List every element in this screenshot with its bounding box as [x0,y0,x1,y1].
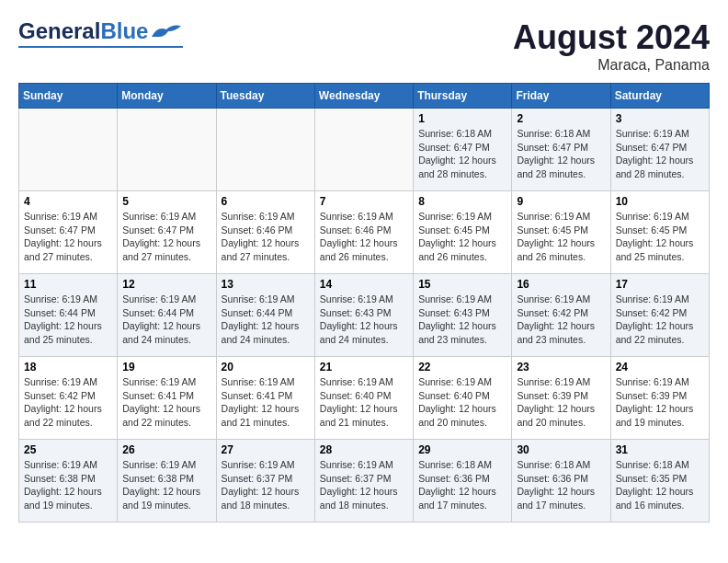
day-number: 11 [24,278,112,291]
day-info: Sunrise: 6:19 AMSunset: 6:39 PMDaylight:… [616,375,704,430]
table-row: 5Sunrise: 6:19 AMSunset: 6:47 PMDaylight… [118,191,216,274]
day-number: 5 [122,195,210,208]
logo-bird-icon [150,20,183,42]
day-number: 25 [24,443,112,456]
day-info: Sunrise: 6:19 AMSunset: 6:45 PMDaylight:… [517,210,605,264]
logo-general: General [18,18,100,44]
day-info: Sunrise: 6:19 AMSunset: 6:44 PMDaylight:… [24,293,112,347]
day-info: Sunrise: 6:19 AMSunset: 6:41 PMDaylight:… [122,375,210,430]
table-row: 30Sunrise: 6:18 AMSunset: 6:36 PMDayligh… [512,440,610,523]
day-info: Sunrise: 6:19 AMSunset: 6:40 PMDaylight:… [320,375,408,430]
day-info: Sunrise: 6:18 AMSunset: 6:35 PMDaylight:… [616,458,704,512]
table-row: 21Sunrise: 6:19 AMSunset: 6:40 PMDayligh… [314,357,413,440]
day-number: 6 [222,195,310,208]
day-number: 28 [320,443,408,456]
table-row: 1Sunrise: 6:18 AMSunset: 6:47 PMDaylight… [414,109,512,191]
calendar-header: Sunday Monday Tuesday Wednesday Thursday… [19,84,710,109]
day-number: 18 [24,361,112,373]
day-info: Sunrise: 6:19 AMSunset: 6:45 PMDaylight:… [616,210,704,264]
day-info: Sunrise: 6:19 AMSunset: 6:45 PMDaylight:… [418,210,506,264]
table-row: 26Sunrise: 6:19 AMSunset: 6:38 PMDayligh… [118,440,216,523]
table-row: 6Sunrise: 6:19 AMSunset: 6:46 PMDaylight… [216,191,314,274]
day-info: Sunrise: 6:19 AMSunset: 6:47 PMDaylight:… [24,210,112,264]
day-info: Sunrise: 6:19 AMSunset: 6:47 PMDaylight:… [616,127,704,181]
table-row: 25Sunrise: 6:19 AMSunset: 6:38 PMDayligh… [19,440,118,523]
day-number: 13 [222,278,310,291]
day-info: Sunrise: 6:19 AMSunset: 6:47 PMDaylight:… [122,210,210,264]
day-number: 7 [320,195,408,208]
day-number: 20 [222,361,310,373]
table-row: 7Sunrise: 6:19 AMSunset: 6:46 PMDaylight… [314,191,413,274]
table-row [118,109,216,191]
table-row [314,109,413,191]
col-sunday: Sunday [19,84,118,109]
page-header: General Blue August 2024 Maraca, Panama [18,18,710,74]
table-row: 4Sunrise: 6:19 AMSunset: 6:47 PMDaylight… [19,191,118,274]
table-row: 31Sunrise: 6:18 AMSunset: 6:35 PMDayligh… [610,440,709,523]
table-row [19,109,118,191]
day-number: 3 [616,112,704,125]
day-info: Sunrise: 6:19 AMSunset: 6:44 PMDaylight:… [222,293,310,347]
day-number: 1 [418,112,506,125]
table-row: 11Sunrise: 6:19 AMSunset: 6:44 PMDayligh… [19,274,118,357]
day-number: 27 [222,443,310,456]
table-row: 20Sunrise: 6:19 AMSunset: 6:41 PMDayligh… [216,357,314,440]
day-info: Sunrise: 6:19 AMSunset: 6:37 PMDaylight:… [320,458,408,512]
day-number: 8 [418,195,506,208]
day-number: 9 [517,195,605,208]
table-row [216,109,314,191]
day-number: 30 [517,443,605,456]
day-info: Sunrise: 6:19 AMSunset: 6:42 PMDaylight:… [517,293,605,347]
calendar-body: 1Sunrise: 6:18 AMSunset: 6:47 PMDaylight… [19,109,710,523]
logo-blue: Blue [100,18,148,44]
day-number: 29 [418,443,506,456]
table-row: 24Sunrise: 6:19 AMSunset: 6:39 PMDayligh… [610,357,709,440]
col-friday: Friday [512,84,610,109]
table-row: 12Sunrise: 6:19 AMSunset: 6:44 PMDayligh… [118,274,216,357]
col-thursday: Thursday [414,84,512,109]
day-info: Sunrise: 6:19 AMSunset: 6:41 PMDaylight:… [222,375,310,430]
table-row: 18Sunrise: 6:19 AMSunset: 6:42 PMDayligh… [19,357,118,440]
table-row: 10Sunrise: 6:19 AMSunset: 6:45 PMDayligh… [610,191,709,274]
day-info: Sunrise: 6:18 AMSunset: 6:36 PMDaylight:… [418,458,506,512]
col-wednesday: Wednesday [314,84,413,109]
day-info: Sunrise: 6:19 AMSunset: 6:38 PMDaylight:… [122,458,210,512]
day-number: 21 [320,361,408,373]
day-number: 12 [122,278,210,291]
table-row: 27Sunrise: 6:19 AMSunset: 6:37 PMDayligh… [216,440,314,523]
day-number: 22 [418,361,506,373]
calendar-subtitle: Maraca, Panama [513,57,710,74]
day-info: Sunrise: 6:19 AMSunset: 6:39 PMDaylight:… [517,375,605,430]
table-row: 8Sunrise: 6:19 AMSunset: 6:45 PMDaylight… [414,191,512,274]
table-row: 28Sunrise: 6:19 AMSunset: 6:37 PMDayligh… [314,440,413,523]
table-row: 16Sunrise: 6:19 AMSunset: 6:42 PMDayligh… [512,274,610,357]
day-number: 4 [24,195,112,208]
col-tuesday: Tuesday [216,84,314,109]
day-number: 16 [517,278,605,291]
day-number: 2 [517,112,605,125]
table-row: 9Sunrise: 6:19 AMSunset: 6:45 PMDaylight… [512,191,610,274]
logo: General Blue [18,18,183,48]
day-number: 14 [320,278,408,291]
day-number: 24 [616,361,704,373]
calendar-title-block: August 2024 Maraca, Panama [513,18,710,74]
day-info: Sunrise: 6:19 AMSunset: 6:42 PMDaylight:… [24,375,112,430]
table-row: 2Sunrise: 6:18 AMSunset: 6:47 PMDaylight… [512,109,610,191]
table-row: 29Sunrise: 6:18 AMSunset: 6:36 PMDayligh… [414,440,512,523]
day-info: Sunrise: 6:19 AMSunset: 6:40 PMDaylight:… [418,375,506,430]
table-row: 17Sunrise: 6:19 AMSunset: 6:42 PMDayligh… [610,274,709,357]
day-number: 15 [418,278,506,291]
day-number: 31 [616,443,704,456]
day-number: 17 [616,278,704,291]
day-info: Sunrise: 6:19 AMSunset: 6:46 PMDaylight:… [222,210,310,264]
table-row: 23Sunrise: 6:19 AMSunset: 6:39 PMDayligh… [512,357,610,440]
day-info: Sunrise: 6:18 AMSunset: 6:36 PMDaylight:… [517,458,605,512]
table-row: 15Sunrise: 6:19 AMSunset: 6:43 PMDayligh… [414,274,512,357]
day-number: 23 [517,361,605,373]
day-info: Sunrise: 6:19 AMSunset: 6:37 PMDaylight:… [222,458,310,512]
table-row: 19Sunrise: 6:19 AMSunset: 6:41 PMDayligh… [118,357,216,440]
day-info: Sunrise: 6:19 AMSunset: 6:43 PMDaylight:… [320,293,408,347]
day-info: Sunrise: 6:19 AMSunset: 6:38 PMDaylight:… [24,458,112,512]
day-info: Sunrise: 6:18 AMSunset: 6:47 PMDaylight:… [517,127,605,181]
day-info: Sunrise: 6:19 AMSunset: 6:44 PMDaylight:… [122,293,210,347]
